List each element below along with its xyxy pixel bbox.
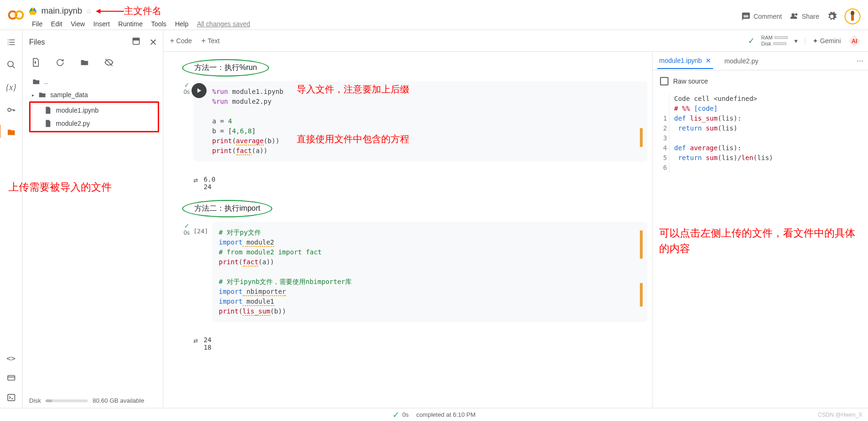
menu-bar: File Edit View Insert Runtime Tools Help… — [28, 17, 741, 30]
parent-dir-label: .. — [44, 78, 48, 85]
code: Code cell <undefined> — [674, 95, 757, 102]
main-area: {x} <> Files ✕ .. — [0, 30, 868, 408]
menu-insert[interactable]: Insert — [90, 18, 114, 30]
file-module2-label: module2.py — [56, 120, 90, 127]
svg-rect-19 — [133, 38, 139, 40]
hidden-files-icon[interactable] — [104, 57, 115, 68]
resource-indicator[interactable]: RAM Disk — [761, 35, 788, 46]
file-tree: .. ▸ sample_data module1.ipynb module2.p… — [23, 72, 163, 135]
heading-method2: 方法二：执行import — [182, 200, 272, 217]
code-cell-2[interactable]: ✓ 0s [24] # 对于py文件 import module2 # from… — [171, 222, 647, 322]
tab-module2[interactable]: module2.py — [722, 54, 760, 69]
new-window-icon[interactable] — [131, 37, 141, 48]
file-module1-row[interactable]: module1.ipynb — [41, 104, 157, 117]
menu-tools[interactable]: Tools — [147, 18, 170, 30]
svg-point-4 — [791, 13, 795, 16]
code: return — [674, 154, 706, 161]
mount-drive-icon[interactable] — [80, 57, 90, 68]
file-icon — [44, 119, 52, 128]
disk-bar — [773, 42, 786, 45]
more-icon[interactable]: ⋯ — [857, 57, 863, 65]
status-time: 0s — [402, 411, 409, 418]
saved-status[interactable]: All changes saved — [197, 18, 250, 30]
terminal-icon[interactable] — [6, 392, 17, 403]
menu-runtime[interactable]: Runtime — [115, 18, 146, 30]
menu-view[interactable]: View — [67, 18, 89, 30]
code: len — [741, 154, 753, 161]
tab-module1[interactable]: module1.ipynb ✕ — [657, 53, 713, 69]
share-label: Share — [802, 13, 819, 20]
code: nbimporter — [243, 288, 286, 296]
tab-module2-label: module2.py — [724, 57, 758, 65]
refresh-icon[interactable] — [55, 57, 66, 68]
code: module1 — [243, 298, 274, 306]
code: # 对于py文件 — [219, 229, 261, 236]
status-bar: ✓ 0s completed at 6:10 PM — [0, 408, 868, 421]
svg-rect-16 — [8, 394, 15, 400]
code: (lis)/ — [718, 154, 742, 161]
disk-usage-bar — [46, 399, 88, 402]
output-toggle-icon[interactable]: ⇄ — [193, 176, 198, 184]
files-icon[interactable] — [6, 127, 17, 138]
toc-icon[interactable] — [6, 37, 17, 48]
code: fact — [236, 147, 252, 155]
search-icon[interactable] — [6, 59, 17, 70]
upload-file-icon[interactable] — [31, 57, 41, 68]
annotation-upload-files: 上传需要被导入的文件 — [8, 180, 112, 194]
add-code-label: Code — [176, 37, 192, 45]
add-code-button[interactable]: +Code — [170, 37, 192, 45]
code-cell-1[interactable]: ✓ 0s %run module1.ipynb %run module2.py … — [171, 81, 647, 161]
code: 4,6,8 — [232, 127, 252, 135]
annotation-import-note: 导入文件，注意要加上后缀 — [297, 83, 409, 96]
logo-area — [8, 2, 24, 23]
close-panel-icon[interactable]: ✕ — [149, 37, 157, 48]
raw-source-label: Raw source — [673, 77, 708, 85]
status-check-icon: ✓ — [392, 410, 399, 420]
file-module2-row[interactable]: module2.py — [41, 117, 157, 130]
file-preview-panel: module1.ipynb ✕ module2.py ⋯ Raw source … — [652, 52, 868, 408]
menu-help[interactable]: Help — [171, 18, 192, 30]
code: %run — [212, 88, 228, 95]
parent-dir-row[interactable]: .. — [29, 75, 159, 88]
minimap-bar — [640, 128, 643, 147]
add-text-button[interactable]: +Text — [201, 37, 220, 45]
document-title[interactable]: main.ipynb — [41, 6, 82, 16]
cmd-palette-icon[interactable] — [6, 372, 17, 383]
notebook-cells: 方法一：执行%run ✓ 0s %run module1.ipynb %run … — [163, 52, 652, 408]
code: print — [212, 137, 232, 145]
code: lis_sum — [243, 307, 270, 316]
secrets-icon[interactable] — [6, 104, 17, 115]
star-icon[interactable]: ☆ — [86, 8, 92, 15]
gemini-button[interactable]: ✦ Gemini — [813, 37, 841, 45]
minimap-bar — [640, 230, 643, 259]
avatar-icon — [848, 10, 857, 23]
code: (lis): — [718, 115, 742, 122]
menu-file[interactable]: File — [28, 18, 46, 30]
dropdown-icon[interactable]: ▾ — [794, 37, 798, 45]
ai-badge-icon[interactable]: AI — [847, 34, 861, 48]
sample-data-row[interactable]: ▸ sample_data — [29, 88, 159, 101]
share-button[interactable]: Share — [790, 12, 819, 21]
raw-source-checkbox[interactable] — [660, 77, 668, 85]
header-actions: Comment Share — [741, 2, 860, 24]
ram-bar — [775, 36, 788, 39]
connected-check-icon: ✓ — [748, 36, 755, 46]
code: module1.ipynb — [228, 88, 284, 95]
header-bar: main.ipynb ☆ 主文件名 File Edit View Insert … — [0, 0, 868, 30]
code: def — [674, 144, 690, 152]
run-cell-button[interactable] — [192, 83, 207, 98]
code-view-icon[interactable]: <> — [6, 352, 17, 364]
files-toolbar — [23, 53, 163, 72]
cell1-output: ⇄ 6.0 24 — [171, 171, 647, 191]
menu-edit[interactable]: Edit — [47, 18, 66, 30]
code-preview: Code cell <undefined> # %% [code] 1def l… — [653, 92, 868, 173]
notebook-area: +Code +Text ✓ RAM Disk ▾ | ✦ Gemini AI — [163, 30, 868, 408]
code: import — [219, 238, 243, 246]
user-avatar[interactable] — [845, 8, 860, 24]
output-toggle-icon[interactable]: ⇄ — [193, 336, 198, 345]
settings-button[interactable] — [827, 11, 837, 22]
variables-icon[interactable]: {x} — [6, 82, 17, 93]
code: (a)) — [252, 147, 268, 154]
comment-button[interactable]: Comment — [741, 12, 782, 21]
close-tab-icon[interactable]: ✕ — [706, 57, 711, 64]
